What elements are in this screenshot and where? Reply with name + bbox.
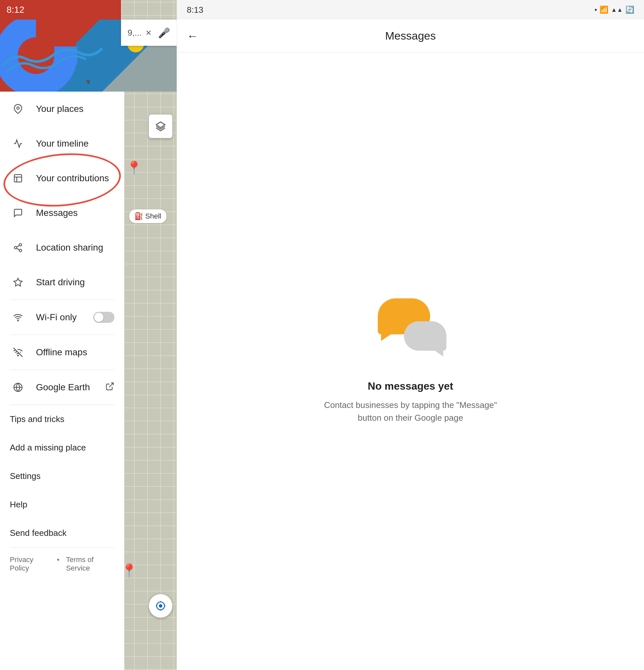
wifi-toggle[interactable] <box>93 312 115 323</box>
layers-icon <box>155 121 166 132</box>
status-bar-right: 8:13 • 📶 ▲▲ 🔄 <box>177 0 644 19</box>
wifi-only-label: Wi-Fi only <box>36 312 93 323</box>
driving-icon <box>10 274 26 291</box>
svg-line-15 <box>17 248 19 250</box>
earth-icon <box>10 379 26 396</box>
menu-item-add-missing-place[interactable]: Add a missing place <box>0 433 124 462</box>
start-driving-label: Start driving <box>36 277 115 287</box>
svg-point-18 <box>18 320 19 321</box>
menu-item-your-timeline[interactable]: Your timeline <box>0 126 124 161</box>
shell-text: Shell <box>145 212 161 220</box>
menu-item-google-earth[interactable]: Google Earth <box>0 370 124 405</box>
signal-icon-right: ▲▲ <box>611 6 623 13</box>
close-icon[interactable]: × <box>146 27 151 38</box>
menu-item-messages[interactable]: Messages <box>0 196 124 230</box>
svg-point-1 <box>159 604 163 608</box>
svg-point-12 <box>19 244 22 246</box>
external-link-icon <box>105 382 115 393</box>
terms-of-service-link[interactable]: Terms of Service <box>66 555 115 573</box>
messages-icon <box>10 205 26 221</box>
right-panel: 8:13 • 📶 ▲▲ 🔄 ← Messages No messages yet… <box>177 0 644 670</box>
layers-button[interactable] <box>149 115 172 138</box>
mic-icon[interactable]: 🎤 <box>158 27 170 39</box>
pin-icon <box>10 101 26 117</box>
location-sharing-label: Location sharing <box>36 242 115 253</box>
bubble-gray <box>404 321 446 351</box>
scribble-annotation <box>0 26 105 85</box>
no-messages-desc: Contact businesses by tapping the "Messa… <box>321 399 500 424</box>
offline-maps-label: Offline maps <box>36 347 115 358</box>
back-button[interactable]: ← <box>187 29 199 43</box>
svg-point-8 <box>17 107 19 110</box>
wifi-icon <box>10 309 26 325</box>
google-earth-label: Google Earth <box>36 382 105 392</box>
left-panel: 9,... × 🎤 ⛽ Shell 📍 📍 8:12 🛡 <box>0 0 177 670</box>
menu-item-settings[interactable]: Settings <box>0 462 124 491</box>
menu-item-help[interactable]: Help <box>0 491 124 519</box>
svg-line-16 <box>17 245 19 247</box>
map-pin-red: 📍 <box>126 160 142 176</box>
search-text: 9,... <box>128 28 146 38</box>
shell-label: ⛽ Shell <box>129 209 166 223</box>
time-right: 8:13 <box>187 5 203 15</box>
messages-title: Messages <box>385 29 436 42</box>
contributions-icon <box>10 170 26 187</box>
messages-content: No messages yet Contact businesses by ta… <box>177 52 644 670</box>
dot-right: • <box>595 5 597 14</box>
privacy-dot: • <box>57 555 59 573</box>
messages-header: ← Messages <box>177 19 644 52</box>
toggle-thumb <box>94 313 103 322</box>
menu-item-send-feedback[interactable]: Send feedback <box>0 519 124 547</box>
offline-icon <box>10 344 26 361</box>
messages-label: Messages <box>36 208 115 218</box>
map-pin-green: 📍 <box>121 563 137 578</box>
menu-item-your-places[interactable]: Your places <box>0 92 124 126</box>
time-left: 8:12 <box>6 4 25 15</box>
menu-item-wifi-only[interactable]: Wi-Fi only <box>0 300 124 335</box>
svg-marker-17 <box>14 278 22 286</box>
status-icons-right: • 📶 ▲▲ 🔄 <box>595 5 634 14</box>
svg-point-14 <box>19 249 22 252</box>
menu-item-location-sharing[interactable]: Location sharing <box>0 230 124 265</box>
privacy-footer: Privacy Policy • Terms of Service <box>0 548 124 580</box>
wifi-icon-right: 📶 <box>600 5 608 14</box>
no-messages-title: No messages yet <box>367 380 453 392</box>
logo-chevron[interactable]: ▼ <box>84 78 92 87</box>
svg-point-20 <box>18 355 19 356</box>
your-timeline-label: Your timeline <box>36 138 115 149</box>
data-icon-right: 🔄 <box>625 5 634 14</box>
privacy-policy-link[interactable]: Privacy Policy <box>10 555 50 573</box>
menu-item-start-driving[interactable]: Start driving <box>0 265 124 300</box>
chat-bubbles-illustration <box>371 298 450 364</box>
svg-rect-9 <box>14 175 22 182</box>
timeline-icon <box>10 135 26 152</box>
your-contributions-label: Your contributions <box>36 173 115 184</box>
menu-item-offline-maps[interactable]: Offline maps <box>0 335 124 370</box>
location-icon <box>155 601 166 611</box>
your-places-label: Your places <box>36 104 115 114</box>
menu-item-your-contributions[interactable]: Your contributions <box>0 161 124 196</box>
menu-panel: Your places Your timeline Your contribut… <box>0 92 124 670</box>
svg-point-13 <box>14 246 17 249</box>
location-sharing-icon <box>10 240 26 256</box>
search-bar[interactable]: 9,... × 🎤 <box>121 19 177 46</box>
menu-item-tips-tricks[interactable]: Tips and tricks <box>0 405 124 433</box>
location-button[interactable] <box>149 594 172 618</box>
